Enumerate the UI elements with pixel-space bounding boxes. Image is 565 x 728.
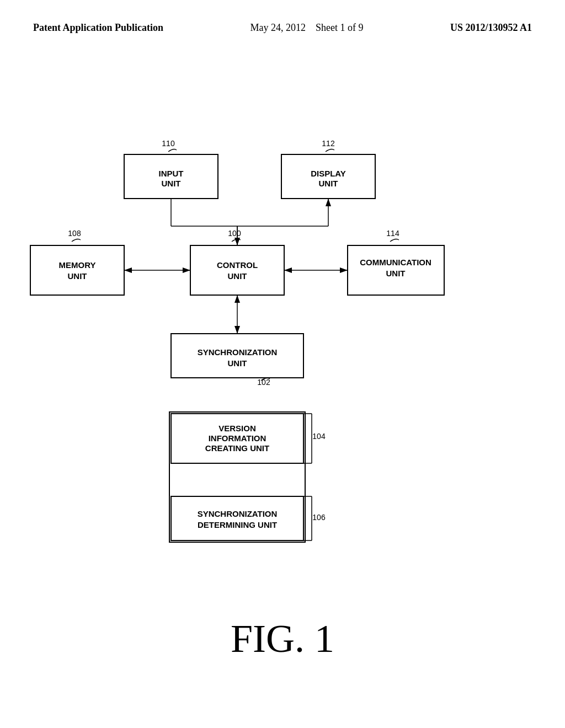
svg-rect-8 [30, 245, 124, 295]
svg-text:UNIT: UNIT [319, 179, 338, 188]
svg-text:UNIT: UNIT [386, 269, 406, 278]
svg-marker-54 [234, 326, 240, 334]
svg-text:112: 112 [322, 139, 335, 148]
figure-label: FIG. 1 [0, 616, 565, 662]
svg-text:INPUT: INPUT [159, 169, 184, 178]
svg-text:CREATING UNIT: CREATING UNIT [205, 443, 269, 453]
svg-text:SYNCHRONIZATION: SYNCHRONIZATION [198, 347, 278, 357]
svg-rect-12 [190, 245, 284, 295]
svg-text:104: 104 [312, 432, 326, 441]
header-center: May 24, 2012 Sheet 1 of 9 [250, 22, 364, 34]
svg-text:114: 114 [386, 229, 399, 238]
header-left: Patent Application Publication [33, 22, 163, 34]
svg-marker-48 [183, 267, 190, 273]
svg-text:SYNCHRONIZATION: SYNCHRONIZATION [198, 509, 278, 518]
svg-text:CONTROL: CONTROL [217, 260, 258, 270]
svg-text:108: 108 [68, 229, 81, 238]
svg-text:UNIT: UNIT [68, 271, 87, 281]
svg-text:110: 110 [162, 139, 175, 148]
header-right: US 2012/130952 A1 [450, 22, 532, 34]
svg-text:VERSION: VERSION [218, 424, 256, 433]
svg-marker-49 [124, 267, 132, 273]
svg-text:DETERMINING UNIT: DETERMINING UNIT [198, 520, 277, 529]
svg-marker-55 [234, 295, 240, 303]
svg-text:COMMUNICATION: COMMUNICATION [360, 258, 431, 267]
svg-text:DISPLAY: DISPLAY [311, 169, 346, 178]
svg-marker-52 [284, 267, 292, 273]
svg-text:INFORMATION: INFORMATION [209, 433, 266, 443]
diagram-area: INPUT UNIT 110 DISPLAY UNIT 112 MEMORY U… [0, 83, 565, 579]
page-header: Patent Application Publication May 24, 2… [0, 0, 565, 34]
svg-text:MEMORY: MEMORY [59, 260, 96, 270]
svg-marker-51 [340, 267, 348, 273]
svg-text:100: 100 [228, 229, 241, 238]
svg-text:UNIT: UNIT [228, 358, 247, 368]
svg-text:UNIT: UNIT [228, 271, 247, 281]
svg-marker-46 [326, 199, 331, 206]
svg-text:UNIT: UNIT [162, 179, 181, 188]
svg-text:106: 106 [312, 513, 326, 522]
svg-rect-32 [171, 496, 303, 540]
